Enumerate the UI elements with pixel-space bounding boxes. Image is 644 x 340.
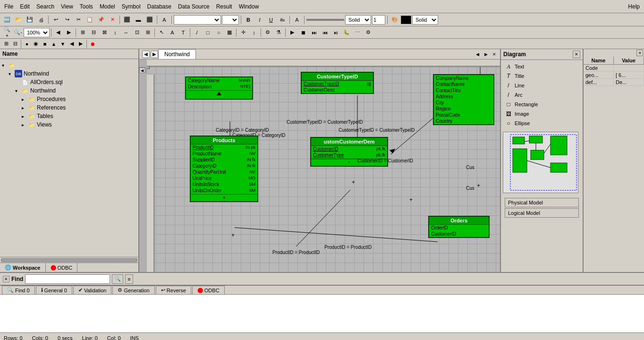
copy-btn[interactable]: 📋 [85, 15, 95, 25]
subscript-btn[interactable]: a₂ [277, 15, 288, 25]
tb3-refresh-btn[interactable]: ⏺ [88, 40, 97, 48]
menu-datasource[interactable]: Data Source [175, 2, 213, 11]
find-input[interactable] [25, 274, 110, 284]
fill-color-swatch[interactable] [401, 16, 411, 24]
mini-map[interactable] [503, 132, 578, 193]
tree-views[interactable]: ▸ 📁 Views [22, 120, 136, 129]
tool-line[interactable]: / Line [503, 81, 581, 90]
tb2-btn2[interactable]: ⊟ [88, 27, 99, 38]
physical-model-btn[interactable]: Physical Model [505, 198, 579, 207]
tb2-btn7[interactable]: ⊞ [143, 27, 153, 38]
align-center-btn[interactable]: ▬ [133, 15, 144, 25]
menu-help[interactable]: Help [625, 2, 643, 11]
workspace-tab[interactable]: 🌐 Workspace [0, 263, 46, 272]
menu-view[interactable]: View [58, 2, 76, 11]
align-left-btn[interactable]: ⬛ [122, 15, 132, 25]
filter-btn[interactable]: ⚗ [273, 27, 284, 38]
menu-model[interactable]: Model [96, 2, 119, 11]
tree-procedures[interactable]: ▸ 📁 Procedures [22, 95, 136, 103]
tb3-btn1[interactable]: ⊞ [2, 40, 10, 48]
tool-rectangle[interactable]: □ Rectangle [503, 100, 581, 109]
zoom-select[interactable]: 100% [24, 28, 50, 37]
undo-btn[interactable]: ↩ [51, 15, 61, 25]
scroll-left-btn[interactable]: ◀ [139, 68, 145, 73]
find-options-btn[interactable]: ≡ [125, 274, 133, 284]
menu-edit[interactable]: Edit [17, 2, 33, 11]
select-btn[interactable]: ↖ [156, 27, 167, 38]
procedures-expander[interactable]: ▸ [22, 97, 26, 102]
root-expander[interactable]: ▾ [2, 63, 7, 68]
settings-btn[interactable]: ⚙ [363, 27, 373, 38]
customers-table[interactable]: CompanyName ContactName ContactTitle Add… [433, 74, 494, 125]
tab-prev-btn[interactable]: ◀ [474, 51, 481, 58]
customertypes-table[interactable]: CustomerTypeID CustomerTypeID pk Custome… [301, 72, 374, 94]
menu-search[interactable]: Search [33, 2, 58, 11]
logical-model-btn[interactable]: Logical Model [505, 208, 579, 218]
color-text-btn[interactable]: A [292, 15, 302, 25]
align-right-btn[interactable]: ⬛ [144, 15, 155, 25]
odbc-tab[interactable]: ⬤ ODBC [46, 263, 78, 272]
stop-btn[interactable]: ⏹ [298, 27, 308, 38]
text-btn[interactable]: T [178, 27, 188, 38]
tree-allorders[interactable]: ▸ 📄 AllOrders.sql [15, 78, 136, 86]
props-close-btn[interactable]: ✕ [636, 50, 643, 56]
prop-btn[interactable]: ⚙ [263, 27, 273, 38]
tab-nav-right[interactable]: ▶ [151, 51, 158, 58]
line-width-input[interactable] [372, 15, 385, 25]
tree-scrollbar[interactable] [0, 257, 138, 263]
tb3-btn3[interactable]: ● [23, 40, 31, 48]
tree-northwind-db[interactable]: ▾ DB Northwind [8, 69, 136, 78]
menu-symbol[interactable]: Symbol [119, 2, 144, 11]
tb2-btn5[interactable]: ↔ [121, 27, 131, 38]
fill-style-select[interactable]: Solid [412, 15, 438, 25]
font-size-select[interactable]: 11 [222, 15, 239, 25]
line-style-select[interactable]: Solid [345, 15, 371, 25]
debug-btn[interactable]: 🐛 [341, 27, 352, 38]
resize-btn[interactable]: ↕ [249, 27, 259, 38]
tb2-btn1[interactable]: ⊞ [77, 27, 88, 38]
bold-btn[interactable]: B [243, 15, 254, 25]
tb3-btn2[interactable]: ⊟ [11, 40, 19, 48]
print-btn[interactable]: 🖨 [36, 15, 46, 25]
open-btn[interactable]: 📂 [13, 15, 24, 25]
move-btn[interactable]: ✛ [238, 27, 248, 38]
output-tab-general[interactable]: ℹ General 0 [36, 286, 72, 294]
new-btn[interactable]: 🆕 [2, 15, 12, 25]
find-search-btn[interactable]: 🔍 [112, 274, 123, 284]
more-btn[interactable]: ⋯ [352, 27, 363, 38]
palette-btn[interactable]: 🎨 [390, 15, 400, 25]
prev-page-btn[interactable]: ◀ [53, 27, 63, 38]
output-tab-odbc[interactable]: ⬤ ODBC [192, 286, 225, 294]
northwind-folder-expander[interactable]: ▾ [15, 88, 20, 94]
tb2-btn4[interactable]: ↕ [110, 27, 120, 38]
draw-circle-btn[interactable]: ○ [213, 27, 224, 38]
tb2-btn3[interactable]: ⊠ [99, 27, 110, 38]
paste-btn[interactable]: 📌 [96, 15, 106, 25]
diagram-content[interactable]: CategoryID = CategoryID CustomerTypeID =… [154, 67, 500, 272]
menu-result[interactable]: Result [213, 2, 236, 11]
menu-window[interactable]: Window [236, 2, 263, 11]
tb3-btn8[interactable]: ◀ [68, 40, 76, 48]
output-tab-reverse[interactable]: ↩ Reverse [156, 286, 191, 294]
redo-btn[interactable]: ↪ [62, 15, 72, 25]
northwind-tab[interactable]: Northwind [158, 49, 196, 59]
skip-btn[interactable]: ⏭ [309, 27, 319, 38]
tree-references[interactable]: ▸ 📁 References [22, 103, 136, 112]
references-expander[interactable]: ▸ [22, 105, 26, 110]
tb3-btn5[interactable]: ■ [41, 40, 49, 48]
tb2-btn6[interactable]: ⊡ [132, 27, 142, 38]
zoom-in-btn[interactable]: 🔍+ [2, 27, 12, 38]
tool-ellipse[interactable]: ○ Ellipse [503, 119, 581, 128]
tool-image[interactable]: 🖼 Image [503, 109, 581, 119]
tree-area[interactable]: ▾ 📁 ▾ DB Northwind ▸ 📄 AllOrders.sql ▾ 📁… [0, 59, 138, 257]
orders-table[interactable]: Orders OrderID CustomerID [428, 216, 490, 238]
menu-tools[interactable]: Tools [76, 2, 96, 11]
tab-nav-left[interactable]: ◀ [142, 51, 150, 58]
northwind-db-expander[interactable]: ▾ [8, 71, 13, 76]
right-panel-close[interactable]: ✕ [573, 51, 580, 58]
tool-title[interactable]: T Title [503, 71, 581, 81]
underline-btn[interactable]: U [266, 15, 276, 25]
views-expander[interactable]: ▸ [22, 122, 26, 128]
tab-close-btn[interactable]: ✕ [491, 51, 498, 58]
delete-btn[interactable]: ✕ [107, 15, 118, 25]
